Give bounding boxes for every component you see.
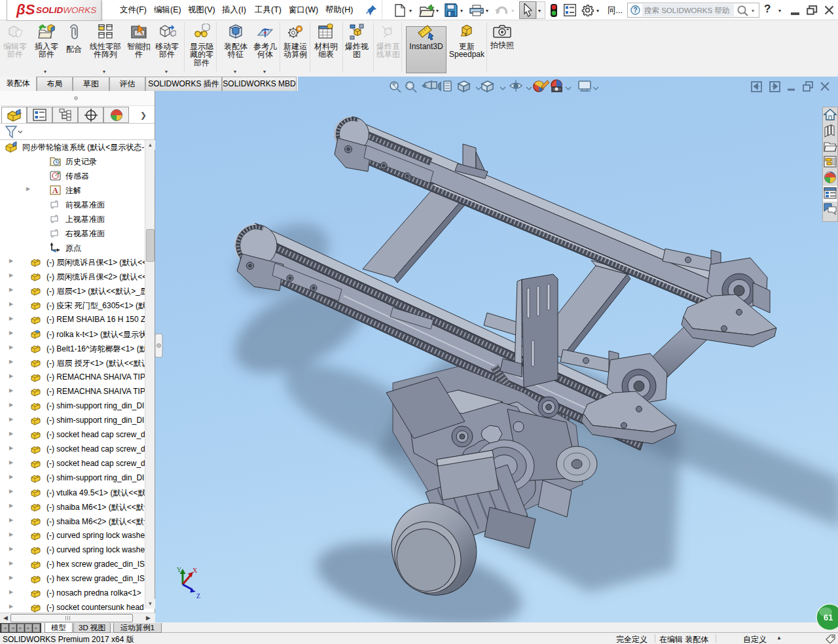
- svg-text:61: 61: [824, 613, 833, 622]
- svg-text:!: !: [465, 32, 466, 37]
- svg-text:SOLIDWORKS: SOLIDWORKS: [36, 5, 96, 15]
- svg-text:Y: Y: [177, 566, 181, 573]
- svg-text:?: ?: [634, 7, 638, 14]
- svg-text:A: A: [52, 186, 58, 195]
- svg-text:Z: Z: [196, 592, 200, 599]
- svg-text:βS: βS: [16, 1, 35, 18]
- svg-text:X: X: [192, 567, 198, 574]
